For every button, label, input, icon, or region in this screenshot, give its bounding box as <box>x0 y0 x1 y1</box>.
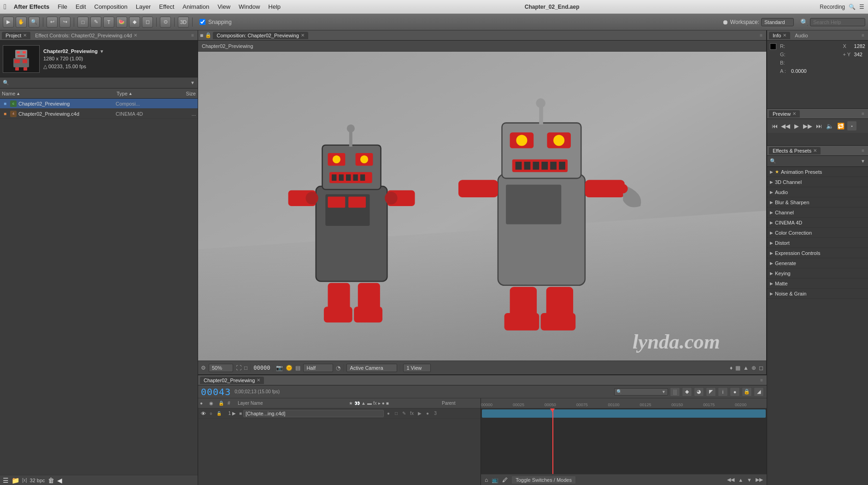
3d-render-btn[interactable]: ♦ <box>730 365 733 371</box>
tl-add-btn[interactable]: 🖉 <box>502 477 508 483</box>
tl-home-btn[interactable]: ⌂ <box>485 477 488 483</box>
snapping-toggle[interactable]: Snapping <box>199 19 232 25</box>
project-item-c4d[interactable]: ■ 4 Chapter02_Previewing.c4d CINEMA 4D .… <box>0 109 198 119</box>
info-tab-close[interactable]: ✕ <box>783 33 786 38</box>
menu-effect[interactable]: Effect <box>155 2 178 11</box>
effect-controls-tab-close[interactable]: ✕ <box>134 33 137 38</box>
tl-keyframe-btn[interactable]: ◆ <box>682 387 692 396</box>
tab-effect-controls[interactable]: Effect Controls: Chapter02_Previewing.c4… <box>31 32 141 39</box>
tl-motion-btn[interactable]: ◕ <box>694 387 704 396</box>
add-item-button[interactable]: ☰ <box>3 477 9 484</box>
layer-lock-btn[interactable]: 🔓 <box>216 410 222 417</box>
timeline-search-dropdown[interactable]: ▼ <box>662 390 666 394</box>
comp-panel-menu[interactable]: ≡ <box>760 33 762 38</box>
tl-in-out-btn[interactable]: ░ <box>670 387 680 396</box>
safe-zones-btn[interactable]: □ <box>244 365 247 371</box>
prev-prev-frame[interactable]: ◀◀ <box>781 121 790 130</box>
tab-audio[interactable]: Audio <box>791 32 811 39</box>
help-search-input[interactable] <box>810 18 865 26</box>
tl-rewind[interactable]: ◀◀ <box>727 477 734 483</box>
views-select[interactable]: 1 View <box>403 364 431 372</box>
effect-category-5[interactable]: ▶ CINEMA 4D <box>767 218 868 228</box>
effect-category-11[interactable]: ▶ Matte <box>767 278 868 289</box>
info-panel-menu[interactable]: ≡ <box>862 33 864 38</box>
prev-loop-btn[interactable]: 🔁 <box>836 121 845 130</box>
workspace-select[interactable]: Standard <box>761 18 794 26</box>
tab-effects-presets[interactable]: Effects & Presets ✕ <box>769 147 821 154</box>
grid-btn[interactable]: ▦ <box>735 365 740 371</box>
delete-item-button[interactable]: 🗑 <box>48 477 54 484</box>
tab-project[interactable]: Project ✕ <box>2 32 30 39</box>
tl-solo-btn[interactable]: ● <box>730 387 740 396</box>
effect-category-4[interactable]: ▶ Channel <box>767 207 868 218</box>
prev-first-frame[interactable]: ⏮ <box>770 121 779 130</box>
quality-select[interactable]: HalfFullQuarter <box>303 364 333 372</box>
tool-puppet[interactable]: ⊙ <box>160 17 171 28</box>
preview-panel-menu[interactable]: ≡ <box>862 111 864 116</box>
comp-tab-close[interactable]: ✕ <box>301 33 305 38</box>
playhead[interactable] <box>552 408 553 474</box>
menu-window[interactable]: Window <box>235 2 264 11</box>
prev-last-frame[interactable]: ⏭ <box>814 121 823 130</box>
comp-settings-icon[interactable]: ⚙ <box>201 365 206 371</box>
menu-animation[interactable]: Animation <box>179 2 213 11</box>
project-tab-close[interactable]: ✕ <box>23 33 27 38</box>
tab-preview[interactable]: Preview ✕ <box>769 110 800 118</box>
tool-select[interactable]: ▶ <box>3 17 14 28</box>
color-picker-btn[interactable]: 🌞 <box>286 365 293 371</box>
menu-file[interactable]: File <box>54 2 71 11</box>
tool-text[interactable]: T <box>103 17 114 28</box>
effect-category-0[interactable]: ▶ ★ Animation Presets <box>767 167 868 177</box>
timeline-search-input[interactable] <box>623 389 660 395</box>
resolution-btn[interactable]: ◔ <box>336 365 340 371</box>
menu-composition[interactable]: Composition <box>91 2 131 11</box>
tab-info[interactable]: Info ✕ <box>769 32 790 39</box>
effect-category-3[interactable]: ▶ Blur & Sharpen <box>767 197 868 207</box>
sw-3d[interactable]: 3 <box>432 411 439 416</box>
effect-category-7[interactable]: ▶ Distort <box>767 238 868 248</box>
project-search-input[interactable] <box>11 80 188 86</box>
sw-fx[interactable]: fx <box>409 411 415 416</box>
transparency-btn[interactable]: ▤ <box>295 365 300 371</box>
effects-search-input[interactable] <box>778 159 859 164</box>
project-panel-close[interactable]: ≡ <box>191 33 194 38</box>
tl-prev-btn[interactable]: 📺 <box>492 477 499 483</box>
tool-undo[interactable]: ↩ <box>47 17 58 28</box>
timeline-panel-menu[interactable]: ≡ <box>760 378 763 383</box>
tool-clone[interactable]: ◆ <box>129 17 140 28</box>
menu-layer[interactable]: Layer <box>132 2 155 11</box>
prev-ram-preview[interactable]: ▪ <box>847 121 856 130</box>
project-item-comp[interactable]: ■ c Chapter02_Previewing Composi... <box>0 99 198 109</box>
effect-category-6[interactable]: ▶ Color Correction <box>767 228 868 238</box>
tool-3d[interactable]: 3D <box>178 17 189 28</box>
tl-forward[interactable]: ▶▶ <box>756 477 763 483</box>
effects-search-dropdown[interactable]: ▼ <box>861 159 865 164</box>
effect-category-9[interactable]: ▶ Generate <box>767 258 868 268</box>
effect-category-10[interactable]: ▶ Keying <box>767 268 868 278</box>
prev-audio-btn[interactable]: 🔈 <box>825 121 834 130</box>
tab-timeline[interactable]: Chapter02_Previewing ✕ <box>200 377 264 384</box>
camera-select[interactable]: Active Camera <box>346 364 397 372</box>
sort-name-icon[interactable]: ▲ <box>16 91 20 96</box>
tool-eraser[interactable]: ◻ <box>142 17 153 28</box>
tl-scrub-right[interactable]: ▼ <box>747 477 752 483</box>
layer-expand-btn[interactable]: ▶ <box>232 411 238 416</box>
track-bar-1[interactable] <box>482 409 766 418</box>
prev-arrow[interactable]: ◀ <box>57 477 62 484</box>
menu-after-effects[interactable]: After Effects <box>10 2 53 11</box>
menu-help[interactable]: Help <box>264 2 284 11</box>
tl-scrub-left[interactable]: ▲ <box>738 477 743 483</box>
sw-fb[interactable]: ▶ <box>416 411 423 416</box>
tool-zoom[interactable]: 🔍 <box>29 17 40 28</box>
effect-category-12[interactable]: ▶ Noise & Grain <box>767 289 868 299</box>
sw-anchor[interactable]: ● <box>385 411 392 416</box>
rulers-btn[interactable]: ▲ <box>743 365 749 371</box>
tl-snap-btn[interactable]: ◢ <box>754 387 764 396</box>
timeline-tab-close[interactable]: ✕ <box>257 378 260 383</box>
tool-hand[interactable]: ✋ <box>16 17 27 28</box>
reset-view-btn[interactable]: ⊕ <box>751 365 756 371</box>
effects-panel-menu[interactable]: ≡ <box>862 148 864 153</box>
fit-frame-btn[interactable]: ⛶ <box>236 365 241 371</box>
folder-button[interactable]: 📁 <box>12 477 19 484</box>
snapshot-btn[interactable]: 📷 <box>276 365 283 371</box>
